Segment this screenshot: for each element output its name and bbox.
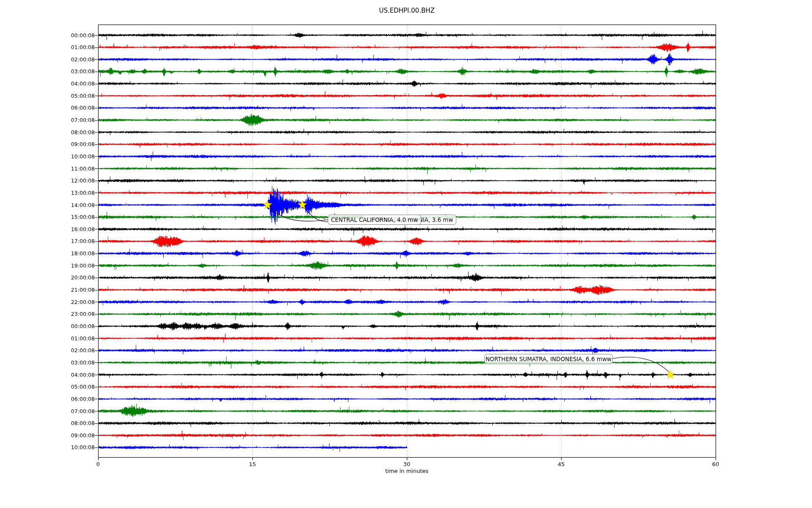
y-tick-label: 16:00:08 bbox=[52, 226, 95, 233]
y-tick-label: 12:00:08 bbox=[52, 177, 95, 184]
seismogram-figure: US.EDHPI.00.BHZ 00:00:0801:00:0802:00:08… bbox=[0, 0, 812, 508]
y-tick-label: 07:00:08 bbox=[52, 116, 95, 124]
y-tick-label: 05:00:08 bbox=[52, 92, 95, 99]
y-tick-label: 08:00:08 bbox=[52, 420, 95, 427]
y-tick-label: 14:00:08 bbox=[52, 202, 95, 209]
y-tick-label: 20:00:08 bbox=[52, 274, 95, 281]
y-tick-label: 07:00:08 bbox=[52, 408, 95, 415]
y-tick-label: 19:00:08 bbox=[52, 262, 95, 269]
y-tick-label: 09:00:08 bbox=[52, 141, 95, 148]
y-tick-label: 17:00:08 bbox=[52, 237, 95, 245]
annotation-box-northern-sumatra: NORTHERN SUMATRA, INDONESIA, 6.6 mww bbox=[484, 354, 613, 364]
x-tick-label: 30 bbox=[398, 461, 416, 467]
y-tick-label: 01:00:08 bbox=[52, 44, 95, 51]
y-tick-label: 06:00:08 bbox=[52, 104, 95, 111]
y-tick-label: 04:00:08 bbox=[52, 371, 95, 378]
y-tick-label: 00:00:08 bbox=[52, 323, 95, 330]
seismogram-trace-canvas bbox=[0, 0, 812, 508]
y-tick-label: 02:00:08 bbox=[52, 347, 95, 354]
y-tick-label: 10:00:08 bbox=[52, 444, 95, 451]
y-tick-label: 03:00:08 bbox=[52, 68, 95, 75]
y-tick-label: 09:00:08 bbox=[52, 432, 95, 439]
y-tick-label: 15:00:08 bbox=[52, 213, 95, 221]
y-tick-label: 03:00:08 bbox=[52, 359, 95, 366]
y-tick-label: 11:00:08 bbox=[52, 165, 95, 172]
x-tick-label: 0 bbox=[89, 461, 107, 467]
y-tick-label: 00:00:08 bbox=[52, 32, 95, 39]
x-tick-label: 60 bbox=[706, 461, 725, 467]
y-tick-label: 10:00:08 bbox=[52, 153, 95, 160]
y-tick-label: 21:00:08 bbox=[52, 286, 95, 293]
y-tick-label: 02:00:08 bbox=[52, 56, 95, 63]
y-tick-label: 18:00:08 bbox=[52, 250, 95, 257]
y-tick-label: 06:00:08 bbox=[52, 395, 95, 403]
annotation-box-central-california-4-0: CENTRAL CALIFORNIA, 4.0 mw bbox=[328, 215, 421, 225]
y-tick-label: 08:00:08 bbox=[52, 129, 95, 136]
y-tick-label: 23:00:08 bbox=[52, 310, 95, 318]
y-tick-label: 05:00:08 bbox=[52, 383, 95, 390]
y-tick-label: 01:00:08 bbox=[52, 335, 95, 342]
y-tick-label: 13:00:08 bbox=[52, 189, 95, 196]
x-tick-label: 15 bbox=[243, 461, 262, 467]
y-tick-label: 04:00:08 bbox=[52, 80, 95, 87]
plot-title: US.EDHPI.00.BHZ bbox=[0, 7, 812, 14]
x-tick-label: 45 bbox=[552, 461, 571, 467]
y-tick-label: 22:00:08 bbox=[52, 298, 95, 306]
x-axis-title: time in minutes bbox=[365, 468, 449, 474]
